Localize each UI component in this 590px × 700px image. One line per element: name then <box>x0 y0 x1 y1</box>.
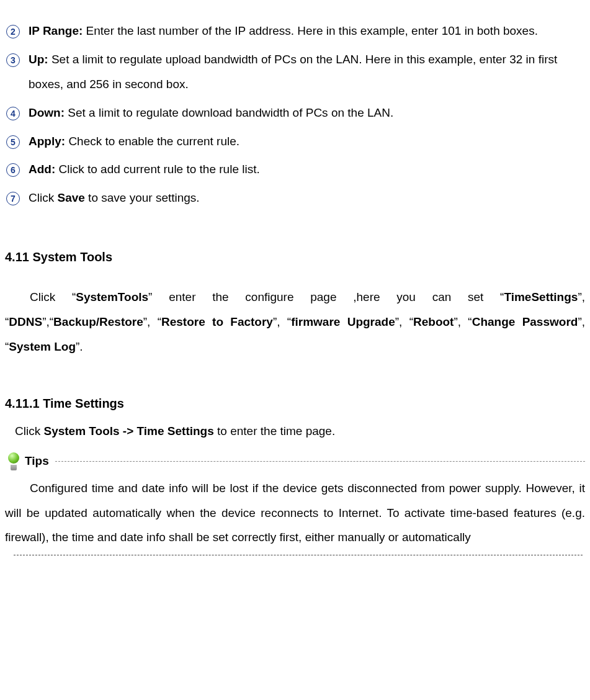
tips-body: Configured time and date info will be lo… <box>5 476 585 550</box>
text: ”, “ <box>454 315 472 328</box>
list-item-body: Up: Set a limit to regulate upload bandw… <box>29 47 585 97</box>
term: Add: <box>29 163 55 176</box>
list-item: 2 IP Range: Enter the last number of the… <box>5 19 585 43</box>
term: Apply: <box>29 135 65 148</box>
instruction-line: Click System Tools -> Time Settings to e… <box>5 419 585 444</box>
list-item-body: Apply: Check to enable the current rule. <box>29 129 585 154</box>
text: Click <box>29 191 57 204</box>
list-item: 6 Add: Click to add current rule to the … <box>5 157 585 182</box>
subsection-heading: 4.11.1 Time Settings <box>5 390 585 416</box>
list-item: 4 Down: Set a limit to regulate download… <box>5 101 585 125</box>
list-item-body: Add: Click to add current rule to the ru… <box>29 157 585 182</box>
list-item-body: Down: Set a limit to regulate download b… <box>29 101 585 125</box>
keyword: System Log <box>9 340 76 353</box>
keyword: firmware Upgrade <box>291 315 395 328</box>
definition: Set a limit to regulate upload bandwidth… <box>29 53 557 91</box>
circled-number-icon: 3 <box>6 53 20 67</box>
section-paragraph: Click “SystemTools” enter the configure … <box>5 285 585 359</box>
text: ”,“ <box>42 315 53 328</box>
dashed-rule <box>55 461 585 462</box>
keyword: TimeSettings <box>504 290 578 303</box>
keyword: DDNS <box>9 315 42 328</box>
term: IP Range: <box>29 24 83 37</box>
tips-label: Tips <box>25 449 49 473</box>
circled-number-icon: 4 <box>6 107 20 120</box>
keyword: Reboot <box>413 315 454 328</box>
text: to save your settings. <box>85 191 200 204</box>
dashed-rule <box>14 555 583 555</box>
text: Click <box>15 424 43 437</box>
text: ”, “ <box>143 315 161 328</box>
list-item-body: Click Save to save your settings. <box>29 186 585 210</box>
save-label: Save <box>57 191 84 204</box>
tips-header: Tips <box>5 449 585 473</box>
section-heading: 4.11 System Tools <box>5 244 585 270</box>
list-item: 7 Click Save to save your settings. <box>5 186 585 210</box>
circled-number-icon: 7 <box>6 192 20 205</box>
list-item: 3 Up: Set a limit to regulate upload ban… <box>5 47 585 97</box>
definition: Click to add current rule to the rule li… <box>55 163 259 176</box>
text: ” enter the configure page ,here you can… <box>148 290 504 303</box>
definition: Enter the last number of the IP address.… <box>83 24 538 37</box>
definition: Check to enable the current rule. <box>65 135 239 148</box>
text: ”, “ <box>395 315 413 328</box>
list-item: 5 Apply: Check to enable the current rul… <box>5 129 585 154</box>
list-item-body: IP Range: Enter the last number of the I… <box>29 19 585 43</box>
text: ”, “ <box>273 315 291 328</box>
term: Down: <box>29 106 65 119</box>
text: ”. <box>76 340 83 353</box>
definition: Set a limit to regulate download bandwid… <box>65 106 393 119</box>
keyword: SystemTools <box>76 290 148 303</box>
text: to enter the time page. <box>214 424 335 437</box>
numbered-list: 2 IP Range: Enter the last number of the… <box>5 19 585 210</box>
circled-number-icon: 2 <box>6 25 20 38</box>
term: Up: <box>29 53 48 66</box>
circled-number-icon: 5 <box>6 135 20 149</box>
lightbulb-icon <box>7 452 20 470</box>
keyword: Backup/Restore <box>53 315 143 328</box>
text: Click “ <box>30 290 76 303</box>
circled-number-icon: 6 <box>6 163 20 177</box>
keyword: Restore to Factory <box>161 315 273 328</box>
nav-path: System Tools -> Time Settings <box>43 424 213 437</box>
keyword: Change Password <box>472 315 578 328</box>
